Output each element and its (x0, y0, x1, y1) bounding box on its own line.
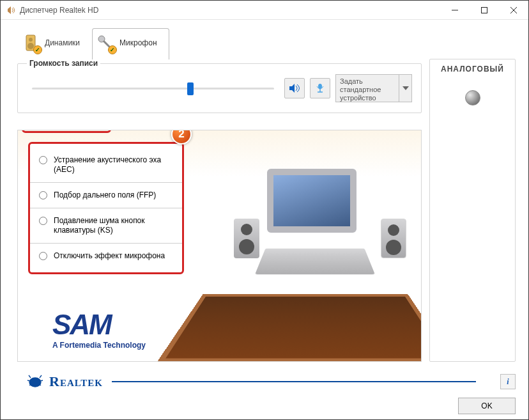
speaker-right-illustration (381, 219, 406, 258)
radio-icon (39, 156, 47, 164)
realtek-crab-icon (26, 374, 44, 390)
mute-playback-button[interactable] (284, 78, 305, 98)
footer: Realtek i OK (1, 369, 528, 419)
annotation-highlight-tab (22, 130, 111, 133)
volume-slider[interactable] (32, 82, 274, 95)
option-disable[interactable]: Отключить эффект микрофона (30, 244, 182, 268)
tab-speakers-label: Динамики (45, 38, 80, 47)
ok-row: OK (26, 398, 516, 414)
laptop-base-illustration (255, 249, 375, 275)
brand-text: Realtek (49, 373, 103, 390)
option-ffp-label: Подбор дальнего поля (FFP) (54, 191, 156, 200)
content-area: Динамики Микрофон Громкость записи (1, 20, 528, 419)
tab-speakers[interactable]: Динамики (17, 28, 92, 59)
recording-volume-group: Громкость записи Задать (17, 59, 422, 113)
recording-volume-row: Задать стандартное устройство (27, 74, 412, 102)
laptop-illustration (267, 169, 356, 233)
option-ks[interactable]: Подавление шума кнопок клавиатуры (KS) (30, 208, 182, 244)
connectors-panel: АНАЛОГОВЫЙ (429, 59, 516, 362)
ok-button[interactable]: OK (458, 398, 516, 414)
desk-illustration (157, 294, 422, 362)
realtek-window: Диспетчер Realtek HD Динамики (0, 0, 529, 420)
speaker-left-illustration (234, 219, 259, 258)
left-column: Громкость записи Задать (17, 59, 422, 362)
option-aec[interactable]: Устранение акустического эха (AEC) (30, 148, 182, 183)
main-area: Громкость записи Задать (1, 59, 528, 369)
option-aec-label: Устранение акустического эха (AEC) (54, 155, 173, 175)
microphone-icon (96, 34, 114, 52)
connectors-title: АНАЛОГОВЫЙ (430, 65, 515, 74)
brand-row: Realtek i (26, 373, 516, 390)
option-ffp[interactable]: Подбор дальнего поля (FFP) (30, 183, 182, 208)
titlebar: Диспетчер Realtek HD (1, 1, 528, 20)
sam-logo: SAM A Fortemedia Technology (52, 309, 146, 350)
mic-boost-button[interactable] (310, 78, 330, 98)
set-default-dropdown[interactable] (399, 74, 412, 102)
sam-logo-text: SAM (52, 309, 146, 341)
tab-microphone[interactable]: Микрофон (92, 28, 169, 59)
brand-line (112, 381, 476, 382)
speakers-icon (22, 34, 40, 52)
option-ks-label: Подавление шума кнопок клавиатуры (KS) (54, 216, 173, 235)
effects-panel: Эффект микрофона Стандартный формат Устр… (17, 130, 422, 362)
device-tabs: Динамики Микрофон (1, 20, 528, 59)
radio-icon (39, 252, 47, 260)
sam-logo-tag: A Fortemedia Technology (52, 341, 146, 350)
radio-icon (39, 217, 47, 225)
svg-point-5 (29, 38, 33, 42)
set-default-splitbutton[interactable]: Задать стандартное устройство (335, 74, 412, 102)
jack-indicator[interactable] (465, 90, 480, 105)
minimize-button[interactable] (440, 1, 470, 20)
tab-microphone-label: Микрофон (119, 38, 157, 47)
recording-volume-legend: Громкость записи (27, 59, 100, 68)
app-icon (6, 5, 16, 15)
maximize-button[interactable] (470, 1, 499, 20)
svg-rect-1 (482, 7, 487, 13)
close-button[interactable] (499, 1, 528, 20)
radio-icon (39, 191, 47, 199)
option-disable-label: Отключить эффект микрофона (54, 251, 165, 261)
mic-effects-list: Устранение акустического эха (AEC) Подбо… (28, 142, 184, 274)
info-button[interactable]: i (500, 374, 516, 389)
set-default-button[interactable]: Задать стандартное устройство (335, 74, 399, 102)
window-title: Диспетчер Realtek HD (20, 6, 440, 15)
